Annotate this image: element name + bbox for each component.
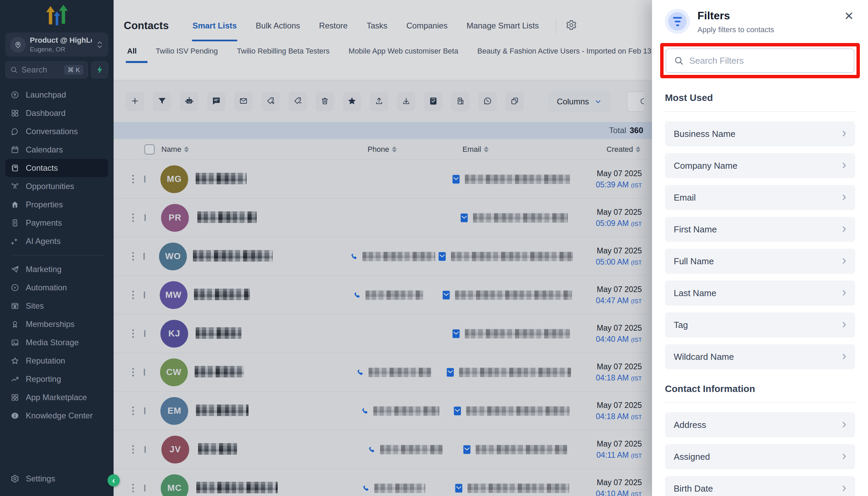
column-header-phone[interactable]: Phone xyxy=(368,145,389,154)
row-checkbox[interactable] xyxy=(144,369,145,376)
row-menu-icon[interactable] xyxy=(132,329,144,338)
email-button[interactable] xyxy=(234,92,253,111)
smart-list-tab-4[interactable]: Beauty & Fashion Active Users - Imported… xyxy=(477,47,652,63)
search-contacts-button-partial[interactable] xyxy=(627,92,644,112)
sidebar-item-opportunities[interactable]: Opportunities xyxy=(5,177,108,196)
tag-add-button[interactable] xyxy=(261,92,280,111)
favorite-button[interactable] xyxy=(343,92,361,111)
whatsapp-button[interactable] xyxy=(478,92,497,111)
contacts-settings-button[interactable] xyxy=(566,19,577,32)
table-row[interactable]: WO May 07 2025 05:00 AM (IST xyxy=(114,237,652,276)
tab-manage-smart-lists[interactable]: Manage Smart Lists xyxy=(466,16,539,35)
tab-companies[interactable]: Companies xyxy=(406,16,448,35)
row-checkbox[interactable] xyxy=(144,175,146,183)
column-header-created[interactable]: Created xyxy=(607,145,633,154)
columns-dropdown[interactable]: Columns xyxy=(548,92,611,112)
filter-item-first-name[interactable]: First Name › xyxy=(665,217,855,242)
merge-button[interactable] xyxy=(506,92,524,111)
smart-list-tab-all[interactable]: All xyxy=(127,47,137,63)
row-checkbox[interactable] xyxy=(144,330,146,337)
table-row[interactable]: PR May 07 2025 05:09 AM (IST xyxy=(114,199,652,237)
tag-remove-button[interactable] xyxy=(288,92,307,111)
column-header-email[interactable]: Email xyxy=(463,145,481,154)
table-row[interactable]: CW May 07 2025 04:18 AM (IST xyxy=(114,353,652,392)
row-menu-icon[interactable] xyxy=(132,445,145,454)
row-menu-icon[interactable] xyxy=(132,484,144,492)
table-row[interactable]: MG May 07 2025 05:39 AM (IST xyxy=(114,160,652,199)
column-header-name[interactable]: Name xyxy=(161,145,181,154)
filter-item-full-name[interactable]: Full Name › xyxy=(665,249,855,274)
sidebar-item-contacts[interactable]: Contacts xyxy=(5,159,108,177)
export-button[interactable] xyxy=(370,92,388,111)
company-report-button[interactable] xyxy=(451,92,469,111)
table-row[interactable]: EM May 07 2025 04:18 AM (IST xyxy=(114,392,652,430)
sidebar-item-settings[interactable]: Settings xyxy=(5,469,108,488)
filter-item-last-name[interactable]: Last Name › xyxy=(665,280,855,306)
filter-item-business-name[interactable]: Business Name › xyxy=(665,121,855,146)
close-icon[interactable]: ✕ xyxy=(843,9,855,23)
sidebar-item-dashboard[interactable]: Dashboard xyxy=(5,104,108,122)
row-checkbox[interactable] xyxy=(144,484,146,492)
sidebar-item-reputation[interactable]: Reputation xyxy=(5,352,108,370)
row-checkbox[interactable] xyxy=(145,446,146,453)
account-switcher[interactable]: Product @ HighLevel Eugene, OR xyxy=(5,32,108,57)
row-menu-icon[interactable] xyxy=(132,214,145,222)
delete-button[interactable] xyxy=(316,92,334,111)
row-menu-icon[interactable] xyxy=(132,406,144,415)
sidebar-item-properties[interactable]: Properties xyxy=(5,196,108,214)
sort-icon[interactable] xyxy=(636,146,641,153)
table-row[interactable]: JV May 07 2025 04:11 AM (IST xyxy=(114,430,652,469)
smart-list-tab-1[interactable]: Twilio ISV Pending xyxy=(155,47,218,63)
tab-bulk-actions[interactable]: Bulk Actions xyxy=(255,16,301,35)
filter-item-assigned[interactable]: Assigned › xyxy=(665,444,855,469)
row-checkbox[interactable] xyxy=(144,291,145,298)
tab-smart-lists[interactable]: Smart Lists xyxy=(192,16,238,35)
row-checkbox[interactable] xyxy=(144,253,145,260)
sidebar-item-reporting[interactable]: Reporting xyxy=(5,370,108,388)
sidebar-item-payments[interactable]: Payments xyxy=(5,214,108,232)
filter-item-tag[interactable]: Tag › xyxy=(665,312,855,338)
filter-item-address[interactable]: Address › xyxy=(665,412,855,437)
global-search-input[interactable]: Search ⌘ K xyxy=(5,61,88,78)
sidebar-item-app-marketplace[interactable]: App Marketplace xyxy=(5,388,108,406)
sidebar-item-automation[interactable]: Automation xyxy=(5,279,108,297)
filter-item-company-name[interactable]: Company Name › xyxy=(665,153,855,178)
sort-icon[interactable] xyxy=(392,146,397,153)
sidebar-item-knowledge-center[interactable]: Knowledge Center xyxy=(5,406,108,425)
sort-icon[interactable] xyxy=(484,146,489,153)
sidebar-item-ai-agents[interactable]: AI Agents xyxy=(5,232,108,250)
email-verified-button[interactable] xyxy=(424,92,443,111)
sidebar-item-conversations[interactable]: Conversations xyxy=(5,122,108,141)
row-menu-icon[interactable] xyxy=(132,291,144,299)
table-row[interactable]: MW May 07 2025 04:47 AM (IST xyxy=(114,276,652,314)
row-menu-icon[interactable] xyxy=(132,368,144,376)
add-button[interactable] xyxy=(126,92,144,111)
sidebar-item-marketing[interactable]: Marketing xyxy=(5,260,108,279)
row-checkbox[interactable] xyxy=(144,407,146,414)
sidebar-item-calendars[interactable]: Calendars xyxy=(5,141,108,159)
smart-list-tab-3[interactable]: Mobile App Web customiser Beta xyxy=(348,47,459,63)
filter-item-birth-date[interactable]: Birth Date › xyxy=(665,476,855,496)
tab-restore[interactable]: Restore xyxy=(318,16,348,35)
ai-bot-button[interactable] xyxy=(180,92,198,111)
row-menu-icon[interactable] xyxy=(132,252,144,261)
sidebar-item-launchpad[interactable]: Launchpad xyxy=(5,86,108,104)
filter-item-email[interactable]: Email › xyxy=(665,185,855,210)
table-row[interactable]: KJ May 07 2025 04:40 AM (IST xyxy=(114,314,652,353)
filter-item-wildcard-name[interactable]: Wildcard Name › xyxy=(665,344,855,369)
row-checkbox[interactable] xyxy=(145,214,146,221)
quick-actions-button[interactable] xyxy=(91,61,108,78)
row-menu-icon[interactable] xyxy=(132,175,144,183)
table-row[interactable]: MC May 07 2025 04:10 AM (IST xyxy=(114,469,652,496)
sort-icon[interactable] xyxy=(184,146,189,153)
sidebar-item-memberships[interactable]: Memberships xyxy=(5,315,108,334)
sms-button[interactable] xyxy=(207,92,225,111)
sidebar-item-media-storage[interactable]: Media Storage xyxy=(5,334,108,352)
sidebar-collapse-button[interactable]: ‹ xyxy=(107,474,120,486)
import-button[interactable] xyxy=(397,92,415,111)
filters-search-input[interactable]: Search Filters xyxy=(665,48,854,73)
tab-tasks[interactable]: Tasks xyxy=(366,16,388,35)
sidebar-item-sites[interactable]: Sites xyxy=(5,297,108,315)
select-all-checkbox[interactable] xyxy=(145,144,155,155)
smart-list-tab-2[interactable]: Twilio Rebilling Beta Testers xyxy=(237,47,330,63)
